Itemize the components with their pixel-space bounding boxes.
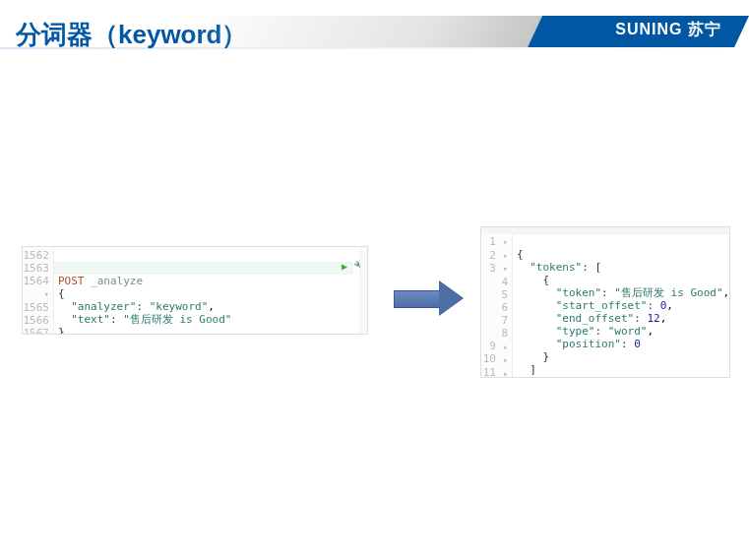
arrow-icon — [394, 283, 465, 313]
logo-band: SUNING 苏宁 — [542, 16, 749, 47]
run-icon[interactable]: ▶ — [342, 261, 347, 272]
brace-close: } — [58, 326, 65, 335]
response-code-body: { "tokens": [ { "token": "售后研发 is Good",… — [517, 233, 729, 377]
line-number: 1562 — [23, 249, 49, 262]
line-number: 8 — [481, 327, 508, 340]
logo-gray-skew — [173, 16, 542, 47]
json-key: "end_offset" — [556, 312, 634, 325]
brace-open: { — [543, 274, 550, 286]
line-number: 1564 ▾ — [23, 275, 49, 301]
line-number: 1 ▾ — [481, 235, 508, 249]
json-value: 12 — [647, 312, 659, 325]
logo-text: SUNING 苏宁 — [615, 20, 721, 40]
panel-scrollbar — [360, 247, 367, 334]
line-number: 7 — [481, 314, 508, 327]
json-key: "analyzer" — [71, 300, 136, 313]
request-code-panel: 1562 1563 1564 ▾ 1565 1566 1567 ▴ 1568 1… — [22, 246, 368, 335]
line-number: 1567 ▴ — [23, 327, 49, 336]
logo-brand: SUNING — [615, 21, 682, 37]
json-value: "keyword" — [150, 300, 209, 313]
response-gutter: 1 ▾ 2 ▾ 3 ▾ 4 5 6 7 8 9 ▴ 10 ▴ 11 ▴ — [481, 233, 513, 377]
line-number: 3 ▾ — [481, 262, 508, 276]
array-close: ] — [530, 363, 536, 376]
json-value: "word" — [608, 325, 648, 338]
json-value: "售后研发 is Good" — [123, 313, 231, 326]
json-value: 0 — [634, 338, 641, 350]
line-number: 1565 — [23, 301, 49, 314]
request-code-body: POST _analyze { "analyzer": "keyword", "… — [58, 247, 367, 334]
array-open: [ — [594, 261, 601, 274]
endpoint: _analyze — [91, 275, 143, 287]
line-number: 1563 — [23, 262, 49, 275]
brace-close: } — [543, 350, 550, 363]
http-method: POST — [58, 275, 85, 287]
slide-header: 分词器（keyword） SUNING 苏宁 — [0, 0, 749, 59]
request-gutter: 1562 1563 1564 ▾ 1565 1566 1567 ▴ 1568 1… — [23, 247, 54, 334]
line-number: 6 — [481, 301, 508, 314]
json-key: "start_offset" — [556, 299, 648, 312]
logo-cn: 苏宁 — [688, 21, 721, 37]
brace-open: { — [517, 248, 524, 261]
json-key: "type" — [556, 325, 595, 338]
line-number: 1566 — [23, 314, 49, 327]
json-key: "tokens" — [530, 261, 582, 274]
line-number: 5 — [481, 288, 508, 301]
title-underline — [0, 47, 749, 49]
line-number: 10 ▴ — [481, 352, 508, 366]
line-number: 2 ▾ — [481, 249, 508, 263]
line-number: 4 — [481, 276, 508, 288]
line-number: 9 ▴ — [481, 340, 508, 353]
slide-content: 1562 1563 1564 ▾ 1565 1566 1567 ▴ 1568 1… — [0, 59, 749, 560]
json-key: "position" — [556, 338, 621, 350]
json-key: "token" — [556, 286, 601, 299]
brace-close: } — [517, 376, 524, 378]
json-key: "text" — [71, 313, 110, 326]
line-number: 11 ▴ — [481, 366, 508, 379]
json-value: "售后研发 is Good" — [614, 286, 722, 299]
response-code-panel: 1 ▾ 2 ▾ 3 ▾ 4 5 6 7 8 9 ▴ 10 ▴ 11 ▴ { "t… — [480, 226, 730, 378]
brace-open: { — [58, 287, 65, 300]
